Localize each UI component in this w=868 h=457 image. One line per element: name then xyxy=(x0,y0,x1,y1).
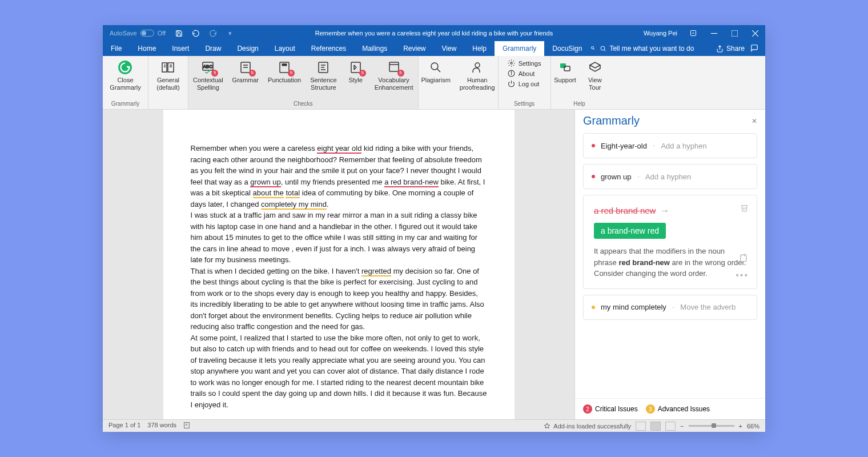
settings-link[interactable]: Settings xyxy=(508,59,541,67)
arrow-right-icon: → xyxy=(660,206,669,215)
svg-rect-0 xyxy=(691,31,696,36)
ribbon-group-help-label: Help xyxy=(551,100,608,109)
plagiarism-button[interactable]: Plagiarism xyxy=(416,56,455,100)
menu-insert[interactable]: Insert xyxy=(164,41,197,56)
grammar-icon: 5 xyxy=(238,59,254,75)
punctuation-button[interactable]: ""5 Punctuation xyxy=(263,56,306,100)
tell-me-search[interactable]: Tell me what you want to do xyxy=(590,41,694,56)
panel-close-icon[interactable]: ✕ xyxy=(752,117,757,125)
zoom-slider[interactable] xyxy=(689,425,734,427)
grammarly-panel: Grammarly ✕ Eight-year-old · Add a hyphe… xyxy=(574,110,765,419)
paragraph-3: That is when I decided getting on the bi… xyxy=(191,266,487,332)
panel-title: Grammarly xyxy=(583,114,640,127)
ribbon-options-icon[interactable] xyxy=(684,25,702,41)
trash-icon[interactable] xyxy=(740,203,749,214)
sentence-structure-button[interactable]: Sentence Structure xyxy=(306,56,341,100)
plagiarism-icon xyxy=(428,59,444,75)
ribbon-group-grammarly-label: Grammarly xyxy=(103,100,148,109)
book-icon xyxy=(160,59,176,75)
customize-qat-icon[interactable]: ▾ xyxy=(226,29,234,37)
zoom-in-icon[interactable]: + xyxy=(739,423,742,430)
apply-suggestion-button[interactable]: a brand-new red xyxy=(594,223,666,239)
paragraph-1: Remember when you were a careless eight … xyxy=(191,143,487,210)
svg-text:ABC: ABC xyxy=(203,64,213,69)
style-button[interactable]: 5 Style xyxy=(341,56,370,100)
suggestion-description: It appears that the modifiers in the nou… xyxy=(594,246,746,279)
red-dot-icon xyxy=(592,144,595,147)
zoom-out-icon[interactable]: − xyxy=(680,423,684,430)
titlebar: AutoSave Off ▾ Remember when you were a … xyxy=(103,25,765,41)
close-grammarly-button[interactable]: Close Grammarly xyxy=(105,56,145,100)
share-button[interactable]: Share xyxy=(716,45,745,53)
spellcheck-status-icon[interactable] xyxy=(183,422,191,430)
support-icon xyxy=(557,59,573,75)
grammar-button[interactable]: 5 Grammar xyxy=(228,56,263,100)
svg-point-7 xyxy=(601,46,605,50)
zoom-level[interactable]: 66% xyxy=(747,423,760,430)
vocabulary-icon: 5 xyxy=(386,59,402,75)
menu-design[interactable]: Design xyxy=(229,41,266,56)
print-layout-icon[interactable] xyxy=(650,422,661,431)
user-account[interactable]: Wuyang Pei xyxy=(639,30,682,37)
more-icon[interactable]: ••• xyxy=(736,270,749,280)
power-icon xyxy=(508,80,516,88)
ribbon: Close Grammarly Grammarly General (defau… xyxy=(103,56,765,110)
read-mode-icon[interactable] xyxy=(636,422,646,431)
menu-docusign[interactable]: DocuSign xyxy=(544,41,590,56)
menu-view[interactable]: View xyxy=(434,41,465,56)
red-dot-icon xyxy=(592,175,595,178)
document-area[interactable]: Remember when you were a careless eight … xyxy=(103,110,574,419)
spelling-icon: ABC5 xyxy=(200,59,216,75)
page-number[interactable]: Page 1 of 1 xyxy=(108,422,140,430)
yellow-dot-icon xyxy=(592,306,595,309)
about-link[interactable]: About xyxy=(508,70,541,78)
ribbon-group-empty-label2 xyxy=(419,100,498,109)
logout-link[interactable]: Log out xyxy=(508,80,541,88)
view-tour-button[interactable]: View Tour xyxy=(581,56,609,100)
word-count[interactable]: 378 words xyxy=(147,422,176,430)
svg-point-31 xyxy=(475,63,480,67)
structure-icon xyxy=(315,59,331,75)
menu-draw[interactable]: Draw xyxy=(197,41,229,56)
critical-issues-count[interactable]: 2Critical Issues xyxy=(583,404,638,414)
svg-line-8 xyxy=(604,50,606,51)
menu-references[interactable]: References xyxy=(303,41,354,56)
advanced-issues-count[interactable]: 3Advanced Issues xyxy=(646,404,710,414)
contextual-spelling-button[interactable]: ABC5 Contextual Spelling xyxy=(188,56,228,100)
style-icon: 5 xyxy=(348,59,364,75)
document-title: Remember when you were a careless eight … xyxy=(315,30,553,37)
comments-icon[interactable] xyxy=(750,44,758,54)
ribbon-group-settings-label: Settings xyxy=(499,100,550,109)
maximize-icon[interactable] xyxy=(725,25,744,41)
app-window: AutoSave Off ▾ Remember when you were a … xyxy=(103,25,765,432)
web-layout-icon[interactable] xyxy=(665,422,676,431)
redo-icon[interactable] xyxy=(209,29,217,37)
suggestion-card[interactable]: my mind completely · Move the adverb xyxy=(583,295,757,320)
svg-rect-39 xyxy=(741,255,746,261)
save-icon[interactable] xyxy=(175,29,183,37)
suggestion-card[interactable]: Eight-year-old · Add a hyphen xyxy=(583,133,757,158)
menu-review[interactable]: Review xyxy=(395,41,433,56)
svg-rect-2 xyxy=(732,30,738,37)
suggestion-card[interactable]: grown up · Add a hyphen xyxy=(583,164,757,189)
svg-text:"": "" xyxy=(282,63,287,71)
human-proofreading-button[interactable]: Human proofreading xyxy=(455,56,500,100)
menu-file[interactable]: File xyxy=(103,41,130,56)
suggestion-card-expanded: a red brand new→ a brand-new red It appe… xyxy=(583,195,757,289)
menu-mailings[interactable]: Mailings xyxy=(354,41,395,56)
ribbon-group-checks-label: Checks xyxy=(188,100,418,109)
add-to-dictionary-icon[interactable] xyxy=(739,252,749,264)
vocabulary-button[interactable]: 5 Vocabulary Enhancement xyxy=(370,56,418,100)
menu-help[interactable]: Help xyxy=(464,41,495,56)
autosave-toggle[interactable]: AutoSave Off xyxy=(110,30,166,37)
menu-grammarly[interactable]: Grammarly xyxy=(495,41,544,56)
undo-icon[interactable] xyxy=(192,29,200,37)
svg-point-35 xyxy=(511,71,512,72)
close-icon[interactable] xyxy=(746,25,764,41)
general-default-button[interactable]: General (default) xyxy=(152,56,184,100)
menu-home[interactable]: Home xyxy=(130,41,164,56)
menu-layout[interactable]: Layout xyxy=(267,41,303,56)
minimize-icon[interactable] xyxy=(705,25,723,41)
svg-line-6 xyxy=(593,49,594,50)
support-button[interactable]: Support xyxy=(549,56,581,100)
